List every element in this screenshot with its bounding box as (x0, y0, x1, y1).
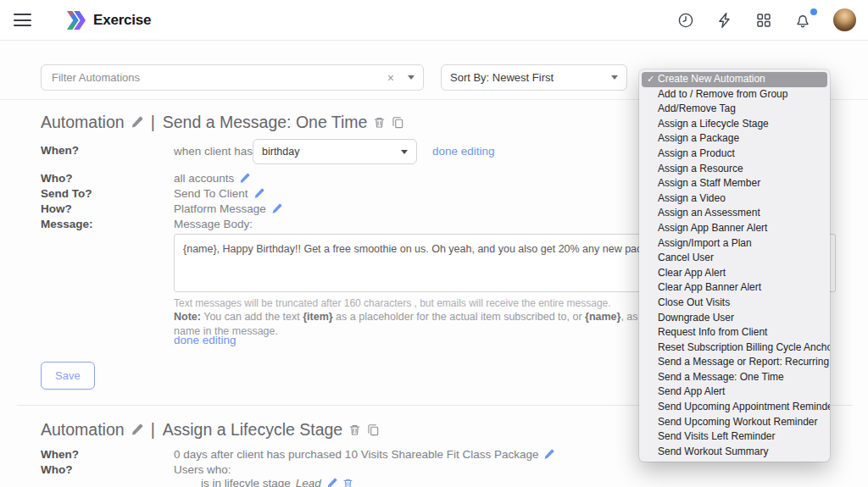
message-label: Message: (41, 218, 93, 230)
done-editing-link[interactable]: done editing (432, 145, 495, 158)
brand-logo[interactable]: Exercise (66, 10, 151, 30)
duplicate-automation-copy-icon[interactable] (367, 423, 380, 436)
how-label: How? (41, 202, 72, 215)
notifications-bell-icon[interactable] (794, 12, 811, 29)
menu-item[interactable]: Assign a Resource (639, 162, 830, 177)
menu-item[interactable]: Cancel User (639, 251, 830, 266)
sort-by-value: Sort By: Newest First (450, 71, 554, 84)
menu-item[interactable]: Send Visits Left Reminder (639, 429, 830, 445)
menu-item-label: Reset Subscription Billing Cycle Anchor (658, 341, 830, 353)
menu-item[interactable]: Send App Alert (639, 385, 830, 400)
title-prefix: Automation (41, 113, 125, 132)
title-prefix: Automation (41, 420, 125, 440)
menu-item-label: Create New Automation (658, 73, 765, 85)
menu-item-label: Clear App Banner Alert (658, 281, 761, 293)
menu-item[interactable]: ✓Create New Automation (642, 72, 827, 87)
name-token: {name} (585, 311, 620, 323)
menu-item[interactable]: Downgrade User (639, 311, 830, 326)
exercise-logo-icon (66, 10, 86, 30)
menu-item[interactable]: Assign a Product (639, 147, 830, 162)
edit-when-pencil-icon[interactable] (543, 449, 554, 460)
automation2-name: Assign a Lifecycle Stage (163, 420, 342, 440)
menu-item[interactable]: Request Info from Client (639, 325, 830, 340)
menu-item-label: Cancel User (658, 252, 714, 263)
edit-how-pencil-icon[interactable] (271, 203, 282, 214)
menu-item[interactable]: Close Out Visits (639, 296, 830, 311)
history-clock-icon[interactable] (677, 12, 694, 29)
checkmark-icon: ✓ (647, 72, 654, 87)
delete-automation-trash-icon[interactable] (373, 116, 386, 129)
edit-send-to-pencil-icon[interactable] (253, 188, 264, 199)
when-value-2: 0 days after client has purchased 10 Vis… (174, 448, 538, 461)
automation1-name: Send a Message: One Time (163, 113, 368, 132)
menu-icon[interactable] (14, 14, 31, 26)
trigger-value: birthday (262, 146, 299, 158)
menu-item[interactable]: Send Upcoming Workout Reminder (639, 415, 830, 430)
note-label: Note: (174, 311, 201, 323)
who-value: all accounts (174, 172, 234, 185)
edit-title-pencil-icon[interactable] (131, 423, 143, 436)
brand-name: Exercise (93, 12, 151, 29)
automation2-title: Automation | Assign a Lifecycle Stage (41, 420, 380, 440)
automation1-title: Automation | Send a Message: One Time (41, 113, 404, 132)
menu-item[interactable]: Assign App Banner Alert (639, 221, 830, 236)
save-button[interactable]: Save (41, 362, 95, 390)
filter-text-field[interactable] (50, 70, 384, 85)
trigger-select[interactable]: birthday (253, 139, 417, 164)
menu-item[interactable]: Clear App Banner Alert (639, 280, 830, 296)
menu-item[interactable]: Assign an Assessment (639, 206, 830, 221)
menu-item-label: Assign a Lifecycle Stage (658, 118, 769, 130)
menu-item-label: Downgrade User (658, 312, 734, 324)
duplicate-automation-copy-icon[interactable] (392, 116, 404, 129)
delete-condition-trash-icon[interactable] (342, 478, 353, 487)
lifecycle-condition-row: is in lifecyle stage Lead (201, 477, 353, 487)
item-token: {item} (303, 311, 332, 323)
menu-item[interactable]: Reset Subscription Billing Cycle Anchor (639, 340, 830, 356)
done-editing-link-2[interactable]: done editing (174, 334, 236, 346)
action-menu: ✓Create New AutomationAdd to / Remove fr… (639, 69, 830, 462)
message-body-label: Message Body: (174, 218, 253, 230)
menu-item[interactable]: Assign a Video (639, 191, 830, 207)
quick-actions-bolt-icon[interactable] (716, 12, 733, 29)
clear-filter-icon[interactable]: × (384, 71, 398, 85)
menu-item[interactable]: Send a Message: One Time (639, 370, 830, 385)
delete-automation-trash-icon[interactable] (348, 423, 361, 436)
chevron-down-icon (611, 75, 618, 80)
menu-item[interactable]: Clear App Alert (639, 266, 830, 281)
menu-item-label: Assign a Package (658, 132, 739, 144)
edit-condition-pencil-icon[interactable] (326, 478, 337, 487)
user-avatar[interactable] (833, 8, 856, 31)
menu-item[interactable]: Send Upcoming Appointment Reminder (639, 400, 830, 415)
truncation-helper-text: Text messages will be truncated after 16… (174, 297, 611, 309)
filter-automations-input[interactable]: × (41, 64, 424, 91)
edit-who-pencil-icon[interactable] (239, 173, 250, 184)
who-label: Who? (41, 172, 72, 185)
sort-by-select[interactable]: Sort By: Newest First (441, 64, 627, 91)
how-value: Platform Message (174, 202, 266, 215)
menu-item-label: Add/Remove Tag (658, 102, 736, 114)
menu-item[interactable]: Assign/Import a Plan (639, 236, 830, 252)
note-text: as a placeholder for the actual item sub… (333, 311, 585, 323)
menu-item[interactable]: Add/Remove Tag (639, 102, 830, 117)
menu-item[interactable]: Assign a Package (639, 131, 830, 147)
chevron-down-icon (408, 75, 415, 80)
menu-item[interactable]: Send Workout Summary (639, 445, 830, 460)
menu-item-label: Add to / Remove from Group (658, 88, 787, 100)
menu-item-label: Request Info from Client (658, 326, 767, 338)
when-prefix: when client has (174, 145, 253, 158)
menu-item-label: Send Upcoming Appointment Reminder (658, 401, 830, 412)
apps-grid-icon[interactable] (755, 12, 772, 29)
menu-item[interactable]: Assign a Lifecycle Stage (639, 117, 830, 132)
menu-item-label: Assign a Staff Member (658, 177, 760, 189)
menu-item-label: Send Visits Left Reminder (658, 430, 776, 442)
menu-item-label: Send a Message: One Time (658, 371, 784, 383)
menu-item[interactable]: Assign a Staff Member (639, 176, 830, 191)
edit-title-pencil-icon[interactable] (131, 116, 143, 129)
chevron-down-icon (401, 150, 408, 154)
who-label-2: Who? (41, 463, 72, 476)
menu-item[interactable]: Add to / Remove from Group (639, 87, 830, 102)
title-separator: | (149, 113, 157, 132)
menu-item[interactable]: Send a Message or Report: Recurring (639, 355, 830, 370)
title-separator: | (149, 420, 157, 440)
top-bar: Exercise (0, 0, 868, 41)
